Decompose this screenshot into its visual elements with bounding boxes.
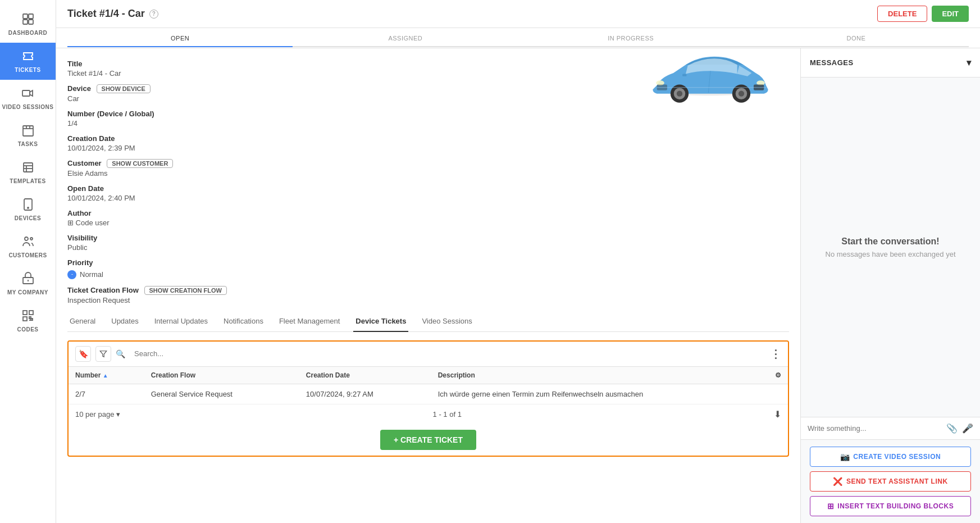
progress-bar: OPEN ASSIGNED IN PROGRESS DONE [56, 28, 980, 48]
sidebar-item-dashboard[interactable]: DASHBOARD [0, 6, 56, 43]
col-description[interactable]: Description ⚙ [431, 367, 788, 384]
cell-number: 2/7 [69, 384, 144, 404]
create-video-session-button[interactable]: 📷 CREATE VIDEO SESSION [810, 447, 971, 467]
svg-marker-35 [100, 351, 107, 357]
svg-rect-34 [682, 74, 686, 76]
pagination-info: 1 - 1 of 1 [433, 410, 462, 419]
svg-rect-9 [24, 163, 33, 172]
field-creation-flow: Ticket Creation Flow SHOW CREATION FLOW … [67, 286, 789, 304]
col-creation-date[interactable]: Creation Date [299, 367, 431, 384]
per-page-select[interactable]: 10 per page ▾ [75, 410, 120, 419]
progress-step-open[interactable]: OPEN [67, 35, 293, 42]
field-priority: Priority Normal [67, 258, 789, 279]
progress-step-done[interactable]: DONE [744, 35, 969, 42]
progress-step-assigned[interactable]: ASSIGNED [293, 35, 518, 42]
cell-creation-flow: General Service Request [144, 384, 299, 404]
insert-text-building-blocks-button[interactable]: ⊞ INSERT TEXT BUILDING BLOCKS [810, 496, 971, 516]
tab-internal-updates[interactable]: Internal Updates [152, 311, 210, 332]
chevron-down-icon[interactable]: ▾ [967, 57, 972, 68]
car-image [649, 48, 772, 108]
sidebar-item-customers[interactable]: CUSTOMERS [0, 228, 56, 265]
tab-video-sessions[interactable]: Video Sessions [420, 311, 474, 332]
sidebar-item-tasks[interactable]: TASKS [0, 117, 56, 154]
right-panel: MESSAGES ▾ Start the conversation! No me… [800, 48, 980, 523]
field-visibility: Visibility Public [67, 234, 789, 252]
send-text-icon: ❌ [833, 477, 843, 486]
sidebar-item-label: MY COMPANY [7, 289, 48, 295]
ticket-detail: Title Ticket #1/4 - Car Device SHOW DEVI… [56, 48, 800, 523]
no-messages-text: No messages have been exchanged yet [826, 250, 956, 258]
field-number: Number (Device / Global) 1/4 [67, 110, 789, 128]
insert-text-icon: ⊞ [827, 502, 835, 511]
table-settings-icon[interactable]: ⚙ [775, 371, 781, 379]
svg-rect-1 [29, 14, 33, 19]
svg-point-15 [25, 237, 28, 240]
filter-icon[interactable] [95, 346, 111, 362]
sidebar-item-video-sessions[interactable]: VIDEO SESSIONS [0, 80, 56, 117]
search-icon: 🔍 [116, 349, 125, 358]
edit-button[interactable]: EDIT [932, 6, 969, 22]
svg-rect-2 [23, 20, 28, 24]
bookmark-icon[interactable]: 🔖 [75, 346, 91, 362]
microphone-icon[interactable]: 🎤 [962, 423, 973, 434]
action-buttons: 📷 CREATE VIDEO SESSION ❌ SEND TEXT ASSIS… [801, 439, 980, 523]
message-input[interactable] [808, 424, 942, 433]
main-content: Ticket #1/4 - Car ? DELETE EDIT OPEN ASS… [56, 0, 980, 523]
video-icon [21, 87, 35, 101]
page-header: Ticket #1/4 - Car ? DELETE EDIT [56, 0, 980, 28]
sidebar-item-label: DASHBOARD [8, 30, 48, 36]
svg-rect-4 [22, 90, 30, 96]
svg-point-30 [677, 91, 682, 97]
send-text-assistant-button[interactable]: ❌ SEND TEXT ASSISTANT LINK [810, 471, 971, 492]
sidebar-item-label: CODES [17, 326, 38, 333]
tab-notifications[interactable]: Notifications [221, 311, 266, 332]
more-options-icon[interactable]: ⋮ [770, 347, 781, 361]
sidebar-item-label: DEVICES [15, 215, 41, 221]
field-customer: Customer SHOW CUSTOMER Elsie Adams [67, 159, 789, 178]
tab-updates[interactable]: Updates [109, 311, 140, 332]
svg-point-14 [28, 207, 29, 208]
video-session-icon: 📷 [840, 452, 850, 461]
attachment-icon[interactable]: 📎 [946, 423, 958, 434]
header-actions: DELETE EDIT [877, 6, 969, 22]
sort-asc-icon: ▲ [103, 372, 108, 379]
progress-step-in-progress[interactable]: IN PROGRESS [518, 35, 744, 42]
sidebar-item-templates[interactable]: TEMPLATES [0, 154, 56, 191]
show-creation-flow-badge[interactable]: SHOW CREATION FLOW [144, 286, 227, 295]
ticket-icon [21, 49, 35, 64]
field-open-date: Open Date 10/01/2024, 2:40 PM [67, 184, 789, 202]
company-icon [21, 272, 35, 286]
col-number[interactable]: Number ▲ [69, 367, 144, 384]
tab-general[interactable]: General [67, 311, 98, 332]
create-ticket-button[interactable]: + CREATE TICKET [380, 430, 476, 450]
sidebar: DASHBOARD TICKETS VIDEO SESSIONS TASKS [0, 0, 56, 523]
show-customer-badge[interactable]: SHOW CUSTOMER [107, 159, 173, 168]
tab-device-tickets[interactable]: Device Tickets [353, 311, 408, 332]
table-toolbar: 🔖 🔍 ⋮ [69, 342, 788, 367]
tabs-container: General Updates Internal Updates Notific… [67, 311, 789, 332]
tab-fleet-management[interactable]: Fleet Management [277, 311, 342, 332]
content-area: Title Ticket #1/4 - Car Device SHOW DEVI… [56, 48, 980, 523]
messages-body: Start the conversation! No messages have… [801, 78, 980, 417]
grid-icon [21, 12, 35, 27]
delete-button[interactable]: DELETE [877, 6, 927, 22]
table-row[interactable]: 2/7 General Service Request 10/07/2024, … [69, 384, 788, 404]
download-icon[interactable]: ⬇ [774, 409, 781, 420]
message-input-area: 📎 🎤 [801, 417, 980, 439]
sidebar-item-my-company[interactable]: MY COMPANY [0, 265, 56, 302]
device-icon [21, 198, 35, 212]
tasks-icon [21, 124, 35, 138]
show-device-badge[interactable]: SHOW DEVICE [97, 84, 151, 93]
sidebar-item-label: CUSTOMERS [8, 252, 47, 258]
field-creation-date: Creation Date 10/01/2024, 2:39 PM [67, 134, 789, 152]
page-title: Ticket #1/4 - Car ? [67, 8, 158, 20]
search-input[interactable] [130, 347, 765, 360]
messages-title: MESSAGES [810, 58, 854, 67]
field-author: Author ⊞ Code user [67, 209, 789, 227]
sidebar-item-codes[interactable]: CODES [0, 302, 56, 339]
sidebar-item-label: TICKETS [15, 67, 40, 73]
sidebar-item-devices[interactable]: DEVICES [0, 191, 56, 228]
col-creation-flow[interactable]: Creation Flow [144, 367, 299, 384]
sidebar-item-tickets[interactable]: TICKETS [0, 43, 56, 80]
svg-rect-3 [29, 20, 33, 24]
